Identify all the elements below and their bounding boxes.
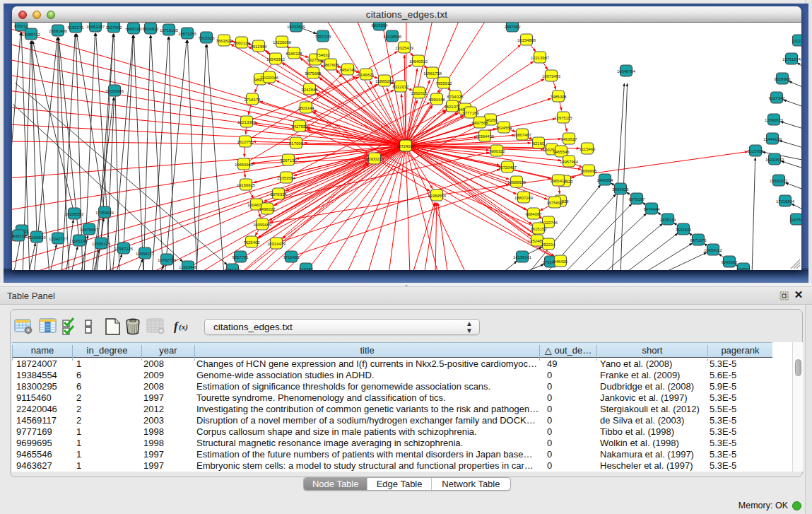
svg-text:6497568: 6497568 bbox=[472, 121, 489, 125]
svg-text:8660124: 8660124 bbox=[234, 41, 251, 45]
svg-text:3267130: 3267130 bbox=[281, 158, 298, 163]
svg-text:16154808: 16154808 bbox=[517, 38, 536, 42]
svg-text:6990448: 6990448 bbox=[429, 98, 446, 102]
svg-text:19218506: 19218506 bbox=[383, 35, 402, 39]
svg-text:9439159: 9439159 bbox=[12, 234, 26, 238]
svg-text:20053346: 20053346 bbox=[105, 89, 124, 93]
svg-text:1145194: 1145194 bbox=[71, 239, 88, 243]
svg-text:6879197: 6879197 bbox=[629, 197, 645, 201]
svg-text:25300213: 25300213 bbox=[365, 157, 384, 161]
svg-text:20691406: 20691406 bbox=[49, 29, 68, 33]
svg-text:1975692: 1975692 bbox=[547, 201, 563, 205]
svg-text:7357274: 7357274 bbox=[315, 35, 332, 39]
svg-text:10973493: 10973493 bbox=[542, 74, 561, 78]
svg-text:7986322: 7986322 bbox=[489, 149, 505, 153]
svg-text:3498222: 3498222 bbox=[259, 207, 276, 211]
svg-text:7663822: 7663822 bbox=[216, 39, 233, 43]
svg-text:11923448: 11923448 bbox=[179, 265, 197, 269]
svg-text:9193271: 9193271 bbox=[68, 25, 84, 30]
svg-text:18724007: 18724007 bbox=[396, 144, 415, 148]
svg-text:14055712: 14055712 bbox=[22, 33, 40, 37]
svg-text:16099489: 16099489 bbox=[253, 223, 271, 227]
svg-text:9474444: 9474444 bbox=[644, 207, 661, 211]
svg-text:20206553: 20206553 bbox=[65, 212, 84, 216]
svg-text:16648784: 16648784 bbox=[617, 69, 636, 74]
svg-text:8215958: 8215958 bbox=[748, 149, 765, 153]
svg-text:9084067: 9084067 bbox=[526, 212, 542, 216]
svg-text:17359924: 17359924 bbox=[95, 211, 114, 215]
svg-text:9227342: 9227342 bbox=[769, 96, 785, 100]
svg-text:9242848: 9242848 bbox=[302, 88, 319, 92]
svg-text:11156819: 11156819 bbox=[28, 235, 45, 240]
svg-text:14957964: 14957964 bbox=[560, 160, 579, 164]
svg-text:2718176: 2718176 bbox=[245, 98, 261, 102]
svg-text:9115460: 9115460 bbox=[579, 147, 596, 151]
svg-text:15353594: 15353594 bbox=[277, 176, 296, 180]
svg-text:6466160: 6466160 bbox=[126, 27, 143, 31]
svg-text:1440954: 1440954 bbox=[597, 178, 614, 182]
svg-text:7515526: 7515526 bbox=[199, 36, 216, 40]
svg-text:5878334: 5878334 bbox=[271, 192, 288, 197]
svg-text:8427552: 8427552 bbox=[292, 124, 308, 129]
svg-text:9146821: 9146821 bbox=[358, 73, 375, 77]
svg-text:2803144: 2803144 bbox=[298, 106, 315, 110]
svg-text:8186328: 8186328 bbox=[286, 52, 303, 56]
svg-text:15720407: 15720407 bbox=[498, 165, 517, 170]
svg-text:754632: 754632 bbox=[316, 53, 330, 57]
svg-text:16210643: 16210643 bbox=[765, 158, 784, 162]
svg-text:13325419: 13325419 bbox=[395, 46, 413, 50]
svg-text:1610755: 1610755 bbox=[237, 140, 254, 144]
svg-text:18640910: 18640910 bbox=[409, 59, 428, 64]
svg-text:8813054: 8813054 bbox=[372, 23, 389, 28]
svg-text:111234: 111234 bbox=[792, 39, 801, 43]
svg-text:12213987: 12213987 bbox=[531, 56, 549, 60]
svg-text:14136141: 14136141 bbox=[513, 255, 531, 259]
svg-text:12505135: 12505135 bbox=[92, 242, 111, 246]
svg-text:9465546: 9465546 bbox=[553, 150, 570, 154]
svg-text:13226058: 13226058 bbox=[273, 40, 292, 45]
svg-text:3624554: 3624554 bbox=[496, 126, 513, 130]
svg-text:10807487: 10807487 bbox=[513, 133, 531, 137]
svg-text:835012: 835012 bbox=[14, 24, 28, 28]
svg-text:116753: 116753 bbox=[789, 218, 801, 222]
svg-text:8912954: 8912954 bbox=[251, 45, 268, 49]
svg-text:12342737: 12342737 bbox=[49, 237, 67, 241]
svg-text:10975887: 10975887 bbox=[80, 228, 98, 232]
svg-text:(x): (x) bbox=[179, 322, 188, 332]
svg-text:924561: 924561 bbox=[736, 267, 751, 271]
svg-text:8454749: 8454749 bbox=[340, 68, 356, 72]
svg-text:10654112: 10654112 bbox=[704, 248, 722, 252]
svg-text:17016504: 17016504 bbox=[776, 199, 795, 204]
svg-text:9699695: 9699695 bbox=[581, 169, 598, 173]
svg-text:7632621: 7632621 bbox=[676, 228, 692, 232]
svg-text:18807249: 18807249 bbox=[514, 196, 533, 200]
svg-text:817006: 817006 bbox=[289, 141, 303, 146]
svg-text:62160: 62160 bbox=[533, 141, 545, 146]
svg-text:946426: 946426 bbox=[553, 259, 567, 264]
svg-text:6794028: 6794028 bbox=[447, 95, 464, 99]
svg-text:1965412: 1965412 bbox=[551, 179, 567, 183]
svg-text:1083312: 1083312 bbox=[225, 268, 241, 271]
svg-text:9857791: 9857791 bbox=[233, 255, 249, 259]
svg-text:252214: 252214 bbox=[541, 243, 555, 247]
svg-text:7625402: 7625402 bbox=[244, 240, 260, 245]
svg-text:3716485: 3716485 bbox=[283, 255, 300, 259]
svg-text:19654985: 19654985 bbox=[235, 163, 254, 167]
svg-text:9329966: 9329966 bbox=[775, 77, 792, 81]
svg-text:12213383: 12213383 bbox=[237, 120, 257, 124]
svg-text:15885201: 15885201 bbox=[375, 79, 394, 83]
svg-text:16033809: 16033809 bbox=[287, 25, 305, 29]
svg-text:9245652: 9245652 bbox=[722, 260, 738, 264]
svg-text:16543362: 16543362 bbox=[266, 57, 285, 62]
svg-text:22420046: 22420046 bbox=[260, 76, 279, 80]
svg-text:5875685: 5875685 bbox=[305, 71, 322, 76]
svg-text:19384554: 19384554 bbox=[428, 194, 447, 198]
svg-text:16914479: 16914479 bbox=[267, 242, 286, 246]
svg-text:1527602: 1527602 bbox=[106, 25, 122, 30]
svg-text:10958117: 10958117 bbox=[136, 252, 154, 256]
svg-text:916342: 916342 bbox=[299, 267, 313, 271]
svg-text:2867608: 2867608 bbox=[323, 63, 340, 67]
svg-text:10719185: 10719185 bbox=[160, 28, 179, 33]
svg-text:16671355: 16671355 bbox=[178, 32, 197, 36]
svg-text:17957225: 17957225 bbox=[114, 247, 134, 251]
